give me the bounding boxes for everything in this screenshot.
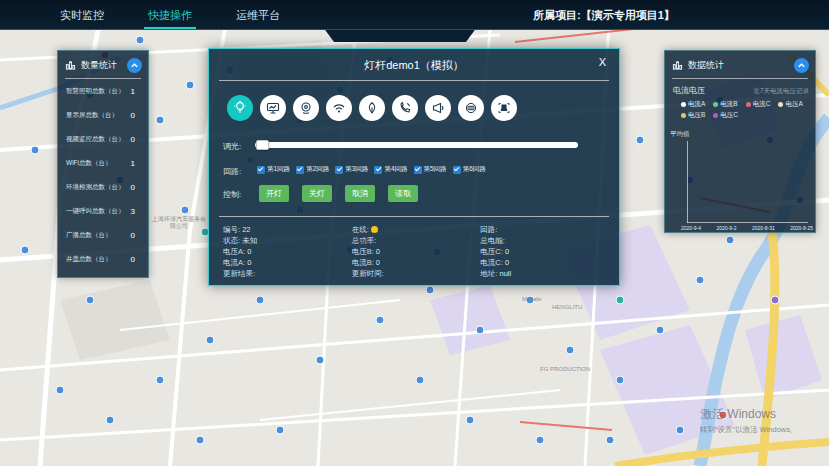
chevron-up-icon	[130, 61, 139, 70]
slider-handle[interactable]	[256, 140, 269, 150]
circuit-checkbox[interactable]: 第6回路	[453, 165, 486, 174]
circuit-checkbox-label: 第1回路	[267, 165, 290, 174]
one-key-call-icon[interactable]	[392, 95, 418, 121]
checkbox-checked-icon	[414, 166, 422, 174]
circuit-checkbox[interactable]: 第2回路	[296, 165, 329, 174]
info-label: 电流C:	[480, 258, 503, 267]
collapse-button[interactable]	[127, 58, 142, 73]
x-tick: 2020-9-4	[681, 225, 701, 231]
checkbox-checked-icon	[453, 166, 461, 174]
nav-realtime-monitor[interactable]: 实时监控	[60, 0, 104, 30]
info-label: 编号:	[223, 225, 240, 234]
legend-item[interactable]: 电压B	[681, 111, 705, 120]
legend-item[interactable]: 电压C	[713, 111, 738, 120]
app-root: M Cafe HENGLITU FG PRODUCTION 上海环球汽车服务有限…	[0, 0, 829, 466]
cancel-button[interactable]: 取消	[345, 185, 375, 202]
legend-label: 电压B	[688, 111, 705, 120]
info-label: 更新时间:	[352, 269, 384, 278]
lamp-pole-dialog: 灯杆demo1（模拟） X	[208, 48, 620, 286]
dimming-slider[interactable]	[255, 142, 578, 148]
light-icon[interactable]	[227, 95, 253, 121]
x-tick: 2020-8-31	[752, 225, 775, 231]
environment-leaf-icon[interactable]	[359, 95, 385, 121]
collapse-button[interactable]	[794, 58, 809, 73]
read-button[interactable]: 读取	[388, 185, 418, 202]
legend-item[interactable]: 电压A	[778, 100, 802, 109]
watermark-line2: 转到“设置”以激活 Windows。	[700, 425, 798, 435]
stat-value: 1	[131, 87, 135, 96]
info-label: 电压C:	[480, 247, 503, 256]
stat-label: 环境检测总数（台）	[66, 183, 125, 192]
nav-ops-platform[interactable]: 运维平台	[236, 0, 280, 30]
legend-label: 电流B	[720, 100, 737, 109]
info-column-1: 编号: 22 状态: 未知 电压A: 0 电流A: 0 更新结果:	[223, 224, 352, 279]
chart-subtitle-row: 电流电压 近7天电流电压记录	[665, 79, 815, 98]
info-label: 状态:	[223, 236, 240, 245]
stat-row: 显示屏总数（台）0	[58, 103, 148, 127]
quantity-stats-header: 数量统计	[58, 51, 148, 78]
close-icon[interactable]: X	[599, 56, 606, 68]
legend-dot	[713, 113, 718, 118]
stat-row: 井盖总数（台）0	[58, 247, 148, 271]
stat-value: 3	[131, 207, 135, 216]
stat-row: WiFi总数（台）1	[58, 151, 148, 175]
info-label: 在线:	[352, 225, 369, 234]
stat-row: 广播总数（台）0	[58, 223, 148, 247]
divider	[219, 80, 609, 81]
control-button-group: 开灯 关灯 取消 读取	[259, 185, 418, 202]
wifi-icon[interactable]	[326, 95, 352, 121]
bar-chart-icon	[672, 60, 683, 71]
circuit-checkbox[interactable]: 第4回路	[374, 165, 407, 174]
chevron-up-icon	[797, 61, 806, 70]
info-column-2: 在线: 总功率: 电压B: 0 电流B: 0 更新时间:	[352, 224, 481, 279]
legend-label: 电压C	[720, 111, 738, 120]
legend-item[interactable]: 电流C	[746, 100, 771, 109]
map-label: 上海环球汽车服务有限公司	[150, 216, 208, 230]
cctv-camera-icon[interactable]	[293, 95, 319, 121]
stat-value: 0	[131, 231, 135, 240]
turn-off-button[interactable]: 关灯	[302, 185, 332, 202]
info-value: null	[500, 269, 512, 278]
stat-value: 0	[131, 111, 135, 120]
legend-item[interactable]: 电流B	[713, 100, 737, 109]
stat-label: 井盖总数（台）	[66, 255, 112, 264]
stat-row: 视频监控总数（台）0	[58, 127, 148, 151]
legend-label: 电流C	[753, 100, 771, 109]
stat-value: 0	[131, 255, 135, 264]
info-label: 电流B:	[352, 258, 374, 267]
stat-label: 智慧照明总数（台）	[66, 87, 125, 96]
legend-item[interactable]: 电流A	[681, 100, 705, 109]
checkbox-checked-icon	[335, 166, 343, 174]
circuit-checkbox[interactable]: 第5回路	[414, 165, 447, 174]
x-axis-ticks: 2020-9-4 2020-9-2 2020-8-31 2020-8-25	[681, 225, 813, 231]
turn-on-button[interactable]: 开灯	[259, 185, 289, 202]
online-status-dot	[371, 226, 378, 233]
divider	[219, 216, 609, 217]
data-stats-header: 数据统计	[665, 51, 815, 78]
ptz-camera-icon[interactable]	[491, 95, 517, 121]
x-tick: 2020-9-2	[716, 225, 736, 231]
checkbox-checked-icon	[374, 166, 382, 174]
nav-quick-actions[interactable]: 快捷操作	[148, 0, 192, 30]
x-tick: 2020-8-25	[790, 225, 813, 231]
stat-value: 1	[131, 159, 135, 168]
broadcast-icon[interactable]	[425, 95, 451, 121]
manhole-cover-icon[interactable]	[458, 95, 484, 121]
display-screen-icon[interactable]	[260, 95, 286, 121]
topbar: 实时监控 快捷操作 运维平台 所属项目:【演示专用项目1】	[0, 0, 829, 30]
dialog-title: 灯杆demo1（模拟）	[209, 49, 619, 73]
circuit-checkbox[interactable]: 第3回路	[335, 165, 368, 174]
stat-row: 一键呼叫总数（台）3	[58, 199, 148, 223]
panel-title: 数量统计	[81, 59, 117, 72]
info-value: 0	[376, 247, 380, 256]
windows-activation-watermark: 激活 Windows 转到“设置”以激活 Windows。	[700, 406, 798, 435]
info-label: 电压B:	[352, 247, 374, 256]
stat-row: 环境检测总数（台）0	[58, 175, 148, 199]
chart-legend: 电流A 电流B 电流C 电压A 电压B 电压C	[665, 98, 815, 120]
info-value: 0	[247, 247, 251, 256]
info-label: 地址:	[480, 269, 497, 278]
circuit-checkbox-label: 第4回路	[384, 165, 407, 174]
stat-value: 0	[131, 183, 135, 192]
info-label: 总功率:	[352, 236, 377, 245]
circuit-checkbox[interactable]: 第1回路	[257, 165, 290, 174]
